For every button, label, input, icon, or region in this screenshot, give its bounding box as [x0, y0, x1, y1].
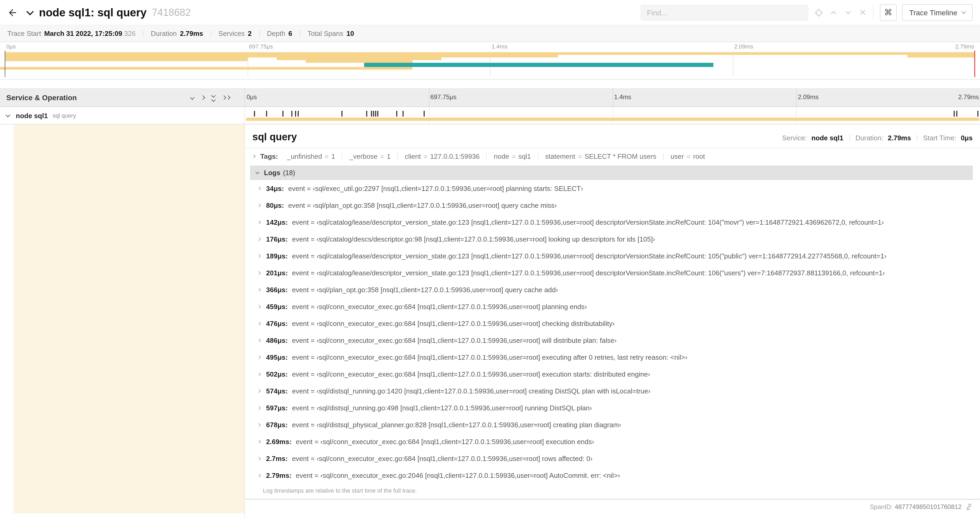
timeline-minimap[interactable]: 0μs697.75μs1.4ms2.09ms2.79ms: [0, 42, 980, 80]
locate-icon[interactable]: [814, 8, 823, 17]
log-message: event = ‹sql/conn_executor_exec.go:2046 …: [296, 471, 620, 479]
span-detail-panel: sql query Service: node sql1 Duration: 2…: [245, 125, 980, 500]
log-row[interactable]: 142μs: event = ‹sql/catalog/lease/descri…: [250, 214, 973, 230]
log-row[interactable]: 2.79ms: event = ‹sql/conn_executor_exec.…: [250, 467, 973, 484]
minimap-time-labels: 0μs697.75μs1.4ms2.09ms2.79ms: [5, 42, 975, 51]
meta-label: Duration:: [855, 134, 883, 142]
deep-link-icon[interactable]: [965, 503, 973, 511]
meta-value: 2.79ms: [888, 134, 911, 142]
expand-log-icon[interactable]: [257, 271, 261, 275]
minimap-span-bar: [907, 55, 975, 57]
log-row[interactable]: 486μs: event = ‹sql/conn_executor_exec.g…: [250, 332, 973, 349]
span-duration-bar[interactable]: [246, 118, 980, 121]
span-bar-cell[interactable]: [245, 107, 980, 124]
summary-value: March 31 2022, 17:25:09: [44, 30, 122, 37]
expand-log-icon[interactable]: [257, 457, 261, 460]
tag-key: _unfinished: [287, 152, 322, 160]
expand-tags-icon[interactable]: [252, 155, 256, 158]
expand-log-icon[interactable]: [257, 440, 261, 443]
collapse-logs-icon[interactable]: [256, 170, 259, 174]
expand-log-icon[interactable]: [257, 473, 261, 477]
expand-all-icon[interactable]: [222, 96, 230, 99]
collapse-one-icon[interactable]: [190, 95, 195, 100]
tag-item: client=127.0.0.1:59936: [398, 153, 487, 160]
expand-log-icon[interactable]: [257, 423, 261, 426]
log-row[interactable]: 502μs: event = ‹sql/conn_executor_exec.g…: [250, 366, 973, 382]
log-row[interactable]: 366μs: event = ‹sql/plan_opt.go:358 [nsq…: [250, 281, 973, 298]
expand-log-icon[interactable]: [257, 355, 261, 359]
log-row[interactable]: 176μs: event = ‹sql/catalog/descs/descri…: [250, 230, 973, 248]
log-row[interactable]: 34μs: event = ‹sql/exec_util.go:2297 [ns…: [250, 180, 973, 197]
equals-sign: =: [380, 152, 384, 160]
view-selector-button[interactable]: Trace Timeline: [902, 4, 973, 21]
trace-summary-item: Duration 2.79ms: [143, 30, 210, 37]
tag-key: node: [494, 152, 509, 160]
service-operation-title: Service & Operation: [6, 93, 77, 102]
timeline-ruler: 0μs697.75μs1.4ms2.09ms2.79ms: [245, 88, 980, 107]
expand-log-icon[interactable]: [257, 339, 261, 342]
expand-log-icon[interactable]: [257, 389, 261, 393]
span-row[interactable]: node sql1 sql query: [0, 107, 980, 125]
tag-item: _verbose=1: [342, 153, 398, 160]
tag-item: _unfinished=1: [280, 153, 342, 160]
log-marker: [371, 111, 372, 117]
expand-log-icon[interactable]: [257, 288, 261, 291]
selected-span-indent: [14, 125, 245, 513]
spacer: [0, 80, 980, 88]
minimap-canvas[interactable]: [5, 51, 975, 77]
log-row[interactable]: 201μs: event = ‹sql/catalog/lease/descri…: [250, 264, 973, 281]
trace-summary-item: Depth 6: [259, 30, 299, 37]
clear-find-icon[interactable]: [859, 8, 867, 16]
log-row[interactable]: 476μs: event = ‹sql/conn_executor_exec.g…: [250, 315, 973, 332]
log-row[interactable]: 574μs: event = ‹sql/distsql_running.go:1…: [250, 382, 973, 399]
log-marker: [266, 111, 267, 117]
find-input[interactable]: [640, 5, 808, 20]
log-row[interactable]: 189μs: event = ‹sql/catalog/lease/descri…: [250, 248, 973, 264]
cursor-line: [974, 51, 975, 77]
log-row[interactable]: 80μs: event = ‹sql/plan_opt.go:358 [nsql…: [250, 197, 973, 214]
tag-key: statement: [545, 152, 575, 160]
log-message: event = ‹sql/distsql_running.go:1420 [ns…: [292, 387, 651, 395]
minimap-span-bar: [247, 55, 558, 57]
expand-log-icon[interactable]: [257, 406, 261, 410]
expand-log-icon[interactable]: [257, 203, 261, 207]
span-name-cell[interactable]: node sql1 sql query: [0, 107, 245, 124]
meta-label: Service:: [782, 134, 807, 142]
log-message: event = ‹sql/conn_executor_exec.go:684 […: [296, 438, 594, 446]
log-row[interactable]: 2.69ms: event = ‹sql/conn_executor_exec.…: [250, 433, 973, 450]
collapse-trace-icon[interactable]: [26, 8, 34, 15]
expand-log-icon[interactable]: [257, 237, 261, 241]
collapse-span-icon[interactable]: [6, 113, 10, 117]
trace-summary-item: Total Spans 10: [299, 30, 361, 37]
keyboard-shortcuts-button[interactable]: ⌘: [880, 4, 896, 21]
log-timestamp: 2.69ms:: [266, 438, 292, 446]
log-row[interactable]: 597μs: event = ‹sql/distsql_running.go:4…: [250, 399, 973, 416]
log-row[interactable]: 459μs: event = ‹sql/conn_executor_exec.g…: [250, 298, 973, 315]
meta-value: node sql1: [811, 134, 843, 142]
expand-log-icon[interactable]: [257, 372, 261, 376]
span-detail-column: sql query Service: node sql1 Duration: 2…: [245, 125, 980, 519]
log-message: event = ‹sql/conn_executor_exec.go:684 […: [292, 353, 687, 361]
expand-log-icon[interactable]: [257, 321, 261, 325]
log-timestamp: 486μs:: [266, 336, 288, 344]
find-next-icon[interactable]: [844, 8, 852, 17]
log-row[interactable]: 678μs: event = ‹sql/distsql_physical_pla…: [250, 416, 973, 433]
log-message: event = ‹sql/distsql_running.go:498 [nsq…: [292, 404, 592, 412]
back-button[interactable]: [7, 7, 18, 18]
summary-label: Duration: [151, 30, 177, 37]
range-scrubber-left[interactable]: [5, 51, 5, 77]
expand-log-icon[interactable]: [257, 187, 261, 190]
expand-log-icon[interactable]: [257, 254, 261, 258]
find-prev-icon[interactable]: [829, 8, 837, 17]
span-id-value: 4877749850101760812: [895, 503, 962, 511]
tags-row[interactable]: Tags: _unfinished=1 _verbose=1 client=12…: [245, 148, 980, 164]
expand-log-icon[interactable]: [257, 305, 261, 308]
log-row[interactable]: 2.7ms: event = ‹sql/conn_executor_exec.g…: [250, 450, 973, 467]
log-timestamp: 176μs:: [266, 235, 288, 243]
logs-header[interactable]: Logs (18): [250, 166, 973, 180]
collapse-all-icon[interactable]: [212, 94, 215, 101]
expand-log-icon[interactable]: [257, 220, 261, 224]
log-row[interactable]: 495μs: event = ‹sql/conn_executor_exec.g…: [250, 349, 973, 366]
expand-one-icon[interactable]: [201, 95, 205, 100]
logs-footnote: Log timestamps are relative to the start…: [250, 484, 973, 499]
